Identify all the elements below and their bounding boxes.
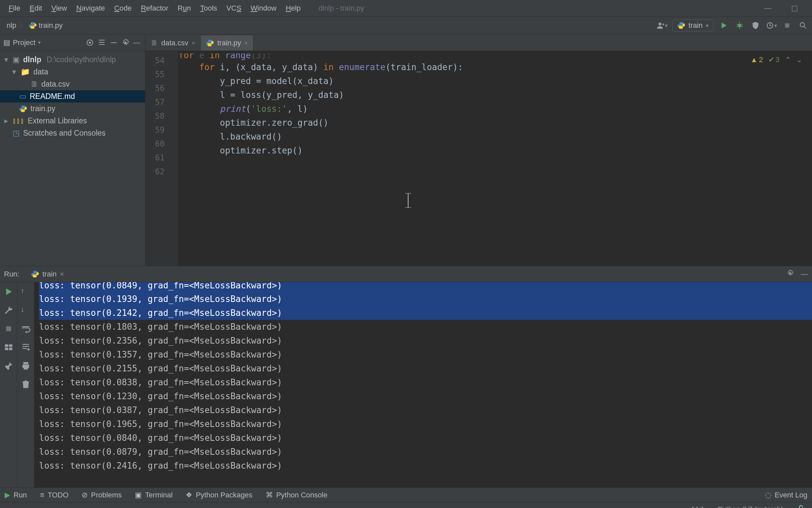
breadcrumb-file[interactable]: train.py [39,21,62,30]
editor-area: 🗎 data.csv × train.py × 5455565758596061… [145,34,812,266]
tree-file-train-py[interactable]: train.py [0,102,145,115]
python-icon [31,270,39,278]
layout-icon[interactable] [4,342,13,352]
run-config-selector[interactable]: train ▾ [672,19,714,32]
svg-point-9 [125,41,127,44]
run-label: Run: [4,270,19,279]
menu-vcs[interactable]: VCS [222,4,246,12]
menu-edit[interactable]: Edit [25,4,47,12]
tree-file-data-csv[interactable]: 🗎 data.csv [0,78,145,90]
status-bar: 44:1 Python 3.7 (pytorch) 🔓 [0,502,812,508]
menu-refactor[interactable]: Refactor [136,4,173,12]
next-highlight-icon[interactable]: ⌄ [796,55,802,64]
main-split: ▤ Project ▾ — ▾ ▣ dlnlp D:\code\python\d… [0,34,812,266]
python-file-icon [19,105,27,113]
pin-icon[interactable] [4,361,13,371]
profile-button[interactable]: ▾ [766,20,777,31]
svg-point-1 [34,28,34,28]
svg-point-3 [738,24,742,28]
coverage-button[interactable] [750,20,761,31]
tab-todo[interactable]: ≡TODO [40,491,68,499]
run-tool-window: Run: train × — ↑ ↓ loss: [0,266,812,488]
close-icon[interactable]: × [245,40,248,47]
inspection-widget[interactable]: ▲2 ✔3 ⌃ ⌄ [751,55,802,64]
tree-scratches[interactable]: ◳ Scratches and Consoles [0,127,145,139]
fold-gutter[interactable] [169,51,179,266]
scroll-to-end-icon[interactable] [21,342,31,352]
menu-run[interactable]: Run [173,4,195,12]
soft-wrap-icon[interactable] [21,324,31,334]
warning-icon: ▲ [751,55,758,64]
tree-folder-data[interactable]: ▾📁 data [0,66,145,78]
settings-icon[interactable] [121,38,130,47]
svg-rect-12 [5,344,8,347]
tab-data-csv[interactable]: 🗎 data.csv × [145,35,201,51]
expand-all-icon[interactable] [97,38,106,47]
code-editor[interactable]: 545556575859606162 for e in range(3): fo… [145,51,812,266]
close-icon[interactable]: × [192,40,195,47]
wrench-icon[interactable] [4,305,13,315]
svg-point-0 [32,23,32,24]
locate-icon[interactable] [86,38,94,47]
menu-view[interactable]: View [47,4,71,12]
down-icon[interactable]: ↓ [21,305,31,315]
menu-navigate[interactable]: Navigate [72,4,110,12]
trash-icon[interactable] [21,379,31,389]
menu-tools[interactable]: Tools [196,4,222,12]
svg-point-2 [659,23,662,26]
hide-run-icon[interactable]: — [801,270,808,279]
rerun-icon[interactable] [4,287,13,297]
tab-event-log[interactable]: ◌Event Log [765,491,807,499]
tree-root[interactable]: ▾ ▣ dlnlp D:\code\python\dlnlp [0,53,145,66]
svg-rect-14 [5,348,8,350]
bottom-tool-tabs: ▶Run ≡TODO ⊘Problems ▣Terminal ❖Python P… [0,488,812,502]
run-settings-icon[interactable] [786,269,794,279]
python-icon [677,22,685,30]
breadcrumb[interactable]: nlp 〉 train.py [3,20,66,31]
window-minimize-icon[interactable]: — [764,4,771,12]
tab-terminal[interactable]: ▣Terminal [135,491,173,499]
svg-point-10 [789,272,791,274]
tab-problems[interactable]: ⊘Problems [82,491,122,499]
tab-train-py[interactable]: train.py × [201,35,253,51]
menu-window[interactable]: Window [246,4,281,12]
window-maximize-icon[interactable]: ▢ [791,4,798,12]
run-button[interactable] [718,20,729,31]
editor-tabs: 🗎 data.csv × train.py × [145,34,812,51]
print-icon[interactable] [21,361,31,371]
lock-icon[interactable]: 🔓 [797,505,805,508]
stop-icon[interactable] [4,324,13,334]
tree-file-readme[interactable]: ▭ README.md [0,90,145,102]
collapse-all-icon[interactable] [109,38,118,47]
stop-button[interactable] [781,20,793,31]
prev-highlight-icon[interactable]: ⌃ [785,55,791,64]
line-gutter[interactable]: 545556575859606162 [145,51,169,266]
tab-run[interactable]: ▶Run [5,491,27,499]
window-title: dlnlp - train.py [319,4,364,12]
tab-python-console[interactable]: ⌘Python Console [266,491,328,499]
menu-help[interactable]: Help [281,4,305,12]
up-icon[interactable]: ↑ [21,287,31,297]
run-side-toolbar-1 [0,282,17,488]
nav-toolbar: nlp 〉 train.py ▾ train ▾ ▾ [0,16,812,34]
interpreter-label[interactable]: Python 3.7 (pytorch) [718,505,783,508]
console-output[interactable]: loss: tensor(0.0849, grad_fn=<MseLossBac… [34,282,812,488]
text-caret [403,193,413,210]
breadcrumb-project[interactable]: nlp [7,21,16,30]
search-everywhere-icon[interactable] [798,20,809,31]
project-view-selector[interactable]: ▤ Project ▾ [3,38,41,47]
add-user-icon[interactable]: ▾ [656,20,668,31]
project-tree[interactable]: ▾ ▣ dlnlp D:\code\python\dlnlp ▾📁 data 🗎… [0,51,145,142]
menu-bar: File Edit View Navigate Code Refactor Ru… [0,0,812,16]
caret-position[interactable]: 44:1 [690,505,705,508]
tree-external-libraries[interactable]: ▸⫿⫿⫿ External Libraries [0,115,145,127]
close-icon[interactable]: × [60,270,64,279]
run-tab-train[interactable]: train × [29,268,66,280]
debug-button[interactable] [734,20,745,31]
menu-file[interactable]: File [4,4,25,12]
run-side-toolbar-2: ↑ ↓ [17,282,34,488]
menu-code[interactable]: Code [110,4,137,12]
tab-python-packages[interactable]: ❖Python Packages [186,491,252,499]
project-tool-window: ▤ Project ▾ — ▾ ▣ dlnlp D:\code\python\d… [0,34,145,266]
hide-icon[interactable]: — [133,38,142,47]
